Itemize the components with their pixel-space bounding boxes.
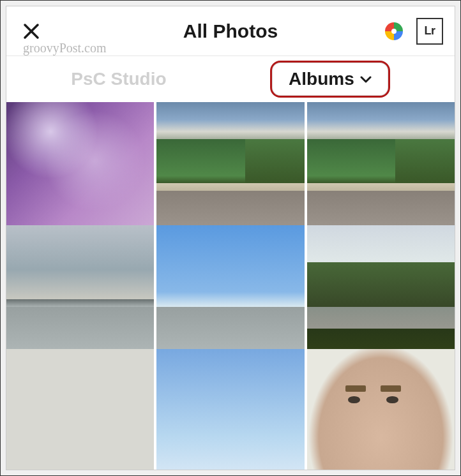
tab-bar: PsC Studio Albums <box>6 56 455 102</box>
google-photos-icon <box>381 19 407 44</box>
google-photos-button[interactable] <box>381 18 407 45</box>
lightroom-button[interactable]: Lr <box>416 18 443 45</box>
chevron-down-icon <box>360 75 372 83</box>
page-title: All Photos <box>183 20 278 42</box>
photo-thumbnail[interactable] <box>307 349 455 470</box>
photo-thumbnail[interactable] <box>6 349 154 470</box>
close-button[interactable] <box>18 18 45 45</box>
header-bar: All Photos Lr <box>6 6 455 56</box>
tab-albums[interactable]: Albums <box>270 61 390 98</box>
svg-point-2 <box>391 29 397 34</box>
tab-albums-label: Albums <box>289 69 354 89</box>
tab-psc-studio[interactable]: PsC Studio <box>71 69 166 89</box>
photo-thumbnail[interactable] <box>156 349 304 470</box>
lightroom-label: Lr <box>425 24 435 38</box>
close-icon <box>22 22 40 40</box>
photo-grid <box>6 102 455 470</box>
